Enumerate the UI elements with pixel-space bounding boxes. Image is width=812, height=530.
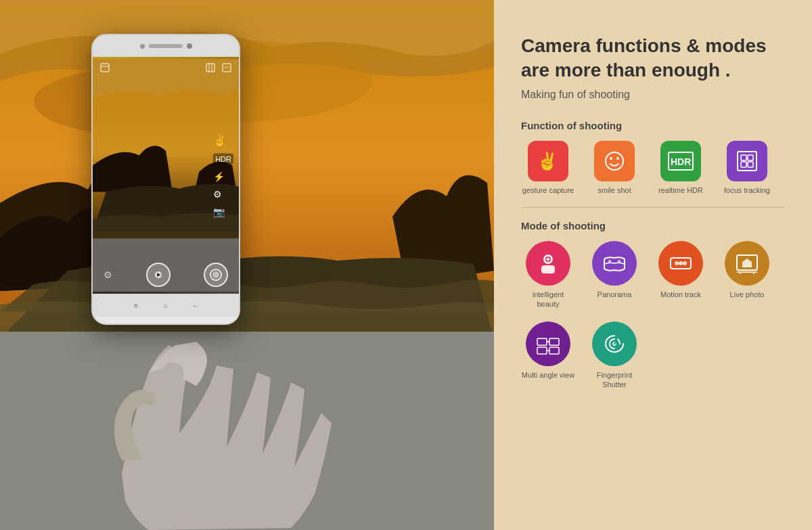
hdr-icon-screen: HDR bbox=[213, 154, 233, 164]
feature-intelligent-beauty: intelligent beauty bbox=[521, 241, 575, 309]
function-section-title: Function of shooting bbox=[521, 120, 785, 131]
right-panel: Camera functions & modes are more than e… bbox=[494, 0, 812, 530]
feature-live-photo: Live photo bbox=[720, 241, 774, 309]
multi-angle-view-label: Multi angle view bbox=[522, 370, 574, 380]
background-landscape bbox=[0, 0, 494, 530]
settings-icon-screen: ⚙ bbox=[213, 189, 233, 200]
fingerprint-shutter-icon bbox=[592, 322, 637, 366]
svg-rect-45 bbox=[549, 347, 559, 354]
svg-rect-8 bbox=[206, 64, 215, 72]
focus-tracking-label: focus tracking bbox=[724, 185, 770, 195]
focus-tracking-icon-box bbox=[727, 141, 767, 181]
svg-rect-26 bbox=[748, 162, 753, 167]
motion-track-label: Motion track bbox=[660, 290, 701, 299]
camera-top-row bbox=[97, 61, 235, 74]
phone-nav-bar: ≡ ⌂ ← bbox=[93, 294, 239, 317]
svg-rect-22 bbox=[738, 152, 757, 171]
motion-track-icon bbox=[658, 241, 703, 286]
front-camera-icon bbox=[140, 44, 145, 49]
feature-fingerprint-shutter: Fingerprint Shutter bbox=[587, 322, 641, 390]
live-photo-icon bbox=[725, 241, 769, 286]
gesture-capture-icon-box: ✌ bbox=[528, 141, 568, 181]
feature-focus-tracking: focus tracking bbox=[720, 141, 774, 195]
svg-rect-43 bbox=[549, 338, 559, 345]
svg-rect-6 bbox=[101, 64, 109, 72]
svg-text:HDR: HDR bbox=[671, 156, 691, 167]
settings-btn[interactable]: ⚙ bbox=[104, 269, 112, 280]
svg-rect-11 bbox=[223, 64, 231, 72]
smile-shot-icon-box bbox=[594, 141, 635, 181]
svg-rect-42 bbox=[537, 338, 547, 345]
main-title: Camera functions & modes are more than e… bbox=[521, 34, 785, 83]
feature-panorama: Panorama bbox=[587, 241, 641, 309]
menu-icon: ≡ bbox=[131, 301, 141, 310]
mode-section-title: Mode of shooting bbox=[521, 220, 785, 231]
phone-speaker bbox=[149, 44, 183, 48]
multi-angle-view-icon bbox=[526, 322, 570, 366]
feature-motion-track: Motion track bbox=[654, 241, 708, 309]
svg-point-18 bbox=[610, 157, 612, 160]
svg-rect-24 bbox=[748, 155, 753, 160]
phone-top-bar bbox=[93, 35, 239, 57]
mode-features-grid: intelligent beauty Panorama bbox=[521, 241, 785, 389]
video-icon-screen: 📷 bbox=[213, 206, 233, 217]
live-photo-label: Live photo bbox=[730, 290, 765, 299]
panorama-label: Panorama bbox=[597, 290, 632, 299]
back-icon: ← bbox=[191, 301, 200, 310]
svg-rect-25 bbox=[741, 162, 746, 167]
realtime-hdr-label: realtime HDR bbox=[658, 185, 703, 195]
feature-realtime-hdr: HDR realtime HDR bbox=[654, 141, 708, 195]
svg-rect-28 bbox=[541, 265, 555, 273]
intelligent-beauty-icon bbox=[526, 241, 570, 286]
svg-rect-44 bbox=[537, 347, 547, 354]
svg-rect-23 bbox=[741, 155, 746, 160]
svg-point-35 bbox=[675, 261, 679, 265]
divider bbox=[521, 207, 785, 208]
phone-screen: ✌ HDR ⚡ ⚙ 📷 ⚙ bbox=[93, 57, 239, 294]
svg-point-15 bbox=[212, 271, 219, 278]
svg-point-33 bbox=[618, 260, 621, 263]
gesture-icon-screen: ✌ bbox=[213, 134, 233, 147]
svg-text:✌: ✌ bbox=[537, 150, 559, 172]
panorama-icon bbox=[592, 241, 637, 286]
camera-ui-overlay: ✌ HDR ⚡ ⚙ 📷 ⚙ bbox=[93, 57, 239, 294]
video-record-btn[interactable] bbox=[146, 263, 171, 287]
svg-point-17 bbox=[606, 152, 623, 170]
realtime-hdr-icon-box: HDR bbox=[660, 141, 701, 181]
gesture-capture-label: gesture capture bbox=[522, 185, 574, 195]
grid-icon bbox=[205, 62, 216, 73]
top-left-icon bbox=[99, 62, 110, 73]
sensor-icon bbox=[187, 43, 192, 49]
camera-right-icons: ✌ HDR ⚡ ⚙ 📷 bbox=[213, 134, 233, 217]
left-panel: ✌ HDR ⚡ ⚙ 📷 ⚙ bbox=[0, 0, 494, 530]
top-right-icon bbox=[221, 62, 232, 73]
camera-shutter-btn[interactable] bbox=[204, 263, 228, 287]
feature-multi-angle-view: Multi angle view bbox=[521, 322, 575, 390]
smile-shot-label: smile shot bbox=[597, 185, 631, 195]
svg-point-37 bbox=[683, 261, 687, 265]
home-icon: ⌂ bbox=[161, 301, 171, 310]
camera-bottom-bar: ⚙ bbox=[97, 260, 235, 290]
subtitle: Making fun of shooting bbox=[521, 89, 785, 101]
svg-point-19 bbox=[616, 157, 619, 160]
feature-gesture-capture: ✌ gesture capture bbox=[521, 141, 575, 195]
intelligent-beauty-label: intelligent beauty bbox=[521, 290, 575, 309]
svg-point-36 bbox=[679, 261, 683, 265]
feature-smile-shot: smile shot bbox=[587, 141, 641, 195]
svg-point-32 bbox=[608, 260, 611, 263]
flash-icon-screen: ⚡ bbox=[213, 171, 233, 182]
fingerprint-shutter-label: Fingerprint Shutter bbox=[587, 370, 641, 390]
function-features-grid: ✌ gesture capture smile shot HDR bbox=[521, 141, 785, 195]
